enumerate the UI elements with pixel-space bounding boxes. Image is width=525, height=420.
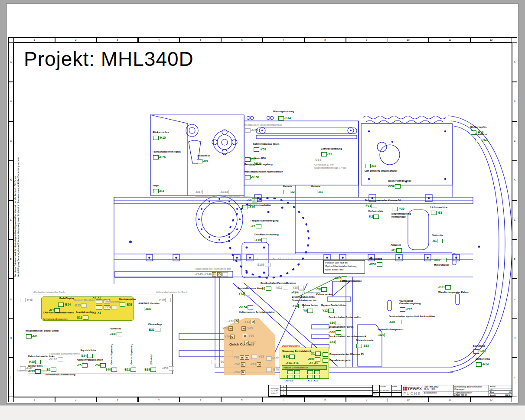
connector-box bbox=[287, 370, 293, 374]
connector-box bbox=[96, 299, 102, 303]
title-block-note: Zeichnung nur im E² ändern ! bbox=[269, 385, 280, 396]
toolbar: 1 / 184 bbox=[0, 405, 525, 420]
connector-box bbox=[294, 375, 300, 379]
connector-box bbox=[104, 305, 110, 309]
revision-table: d c b a Buchstabe A-Nummer Änderung Datu… bbox=[280, 385, 373, 396]
pdf-page: Projekt: MHL340D Für dieses Dokument und… bbox=[6, 3, 518, 404]
connector-box bbox=[307, 370, 313, 374]
armaturenkonsole-highlight bbox=[41, 296, 134, 321]
platine-zentralelektrik-bar: Platine Zentralelektrik bbox=[282, 365, 327, 370]
leader-line bbox=[298, 276, 340, 297]
connector-box bbox=[104, 299, 110, 303]
position-note: Position von Y58 bei Option Überlastabsc… bbox=[323, 260, 365, 273]
connector-box bbox=[314, 370, 320, 374]
sheet-info-block: Anlage Ort Blatt01 Anzahl184 Bl. bbox=[489, 385, 512, 396]
connector-box bbox=[294, 370, 300, 374]
connector-box bbox=[314, 375, 320, 379]
terex-fuchs-logo: TEREX FUCHS bbox=[402, 385, 424, 396]
connector-box bbox=[96, 305, 102, 309]
pdf-viewer-window: { "page": { "title": "Projekt: MHL340D",… bbox=[0, 0, 525, 420]
type-block: Type MHL340D M.-Nr.: 1388 - Bezeichnung:… bbox=[423, 385, 489, 396]
quick-connect-title: Quick Connect bbox=[229, 342, 254, 346]
terex-logo-icon bbox=[403, 387, 407, 391]
zentralelektrik-region bbox=[280, 348, 329, 379]
title-block: Zeichnung nur im E² ändern ! d c b a Buc… bbox=[268, 385, 512, 397]
connector-box bbox=[307, 375, 313, 379]
approval-table: DatumName Bearb.07.11.2005Kammerer Gepr. bbox=[373, 385, 402, 396]
connector-box bbox=[287, 375, 293, 379]
